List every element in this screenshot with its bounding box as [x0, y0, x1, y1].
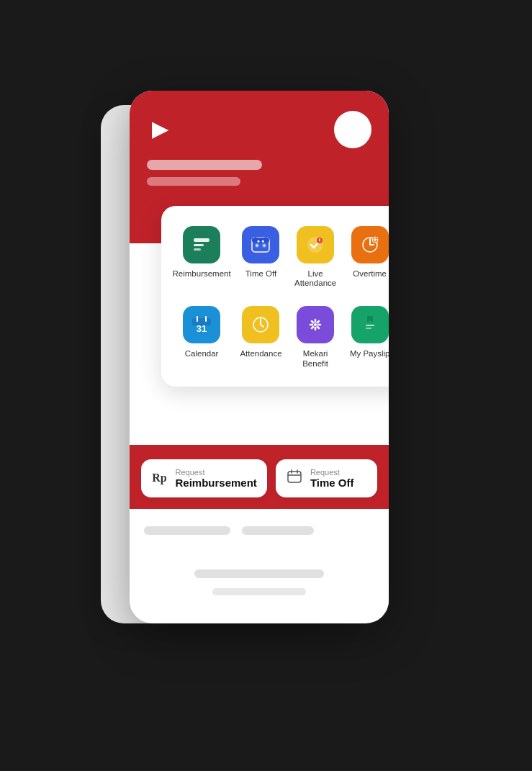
svg-text:●  ●: ● ● — [257, 238, 264, 243]
menu-item-attendance[interactable]: Attendance — [234, 300, 289, 375]
svg-point-6 — [256, 244, 258, 246]
request-timeoff-button[interactable]: Request Time Off — [276, 459, 377, 497]
content-line-short — [212, 588, 306, 595]
mekari-benefit-label: Mekari Benefit — [291, 349, 340, 369]
svg-point-8 — [263, 244, 266, 246]
svg-rect-39 — [366, 325, 374, 326]
reimbursement-icon — [183, 226, 220, 263]
timeoff-label: Time Off — [245, 269, 276, 279]
content-line-1 — [144, 526, 230, 535]
content-line-2 — [242, 526, 314, 535]
user-name-line — [147, 160, 262, 170]
app-logo: ▶ — [147, 117, 173, 143]
reimbursement-request-text: Request Reimbursement — [176, 468, 257, 489]
header-top: ▶ — [147, 111, 371, 148]
timeoff-request-label: Request — [310, 468, 354, 477]
phone-card: ▶ — [130, 91, 389, 623]
calendar-label: Calendar — [185, 349, 219, 359]
menu-item-mekari-benefit[interactable]: Mekari Benefit — [288, 300, 343, 375]
request-buttons-row: Rp Request Reimbursement — [141, 459, 377, 497]
svg-text:31: 31 — [197, 323, 207, 334]
live-attendance-icon — [297, 226, 334, 263]
request-reimbursement-button[interactable]: Rp Request Reimbursement — [141, 459, 267, 497]
avatar — [334, 111, 371, 148]
timeoff-request-value: Time Off — [310, 477, 354, 489]
menu-item-calendar[interactable]: 31 Calendar — [170, 300, 234, 375]
mekari-benefit-icon — [297, 306, 334, 343]
attendance-label: Attendance — [240, 349, 281, 359]
menu-item-reimbursement[interactable]: Reimbursement — [170, 220, 234, 295]
timeoff-icon: ● ● — [242, 226, 279, 263]
content-line-center — [194, 569, 324, 578]
svg-rect-1 — [194, 244, 204, 246]
svg-point-37 — [314, 323, 317, 326]
menu-item-timeoff[interactable]: ● ● Time Off — [234, 220, 289, 295]
content-area — [130, 509, 389, 613]
request-section: Rp Request Reimbursement — [130, 445, 389, 509]
my-payslip-label: My Payslip — [350, 349, 389, 359]
menu-grid: Reimbursement — [170, 220, 389, 375]
timeoff-request-icon — [286, 469, 303, 487]
menu-card: Reimbursement — [161, 206, 389, 387]
menu-item-overtime[interactable]: Overtime — [343, 220, 389, 295]
reimbursement-request-icon: Rp — [151, 472, 168, 484]
scene: ▶ — [86, 62, 446, 710]
overtime-label: Overtime — [353, 269, 387, 279]
menu-item-live-attendance[interactable]: Live Attendance — [288, 220, 343, 295]
content-row-1 — [144, 526, 374, 535]
content-lines — [144, 526, 374, 595]
timeoff-request-text: Request Time Off — [310, 468, 354, 489]
calendar-icon: 31 — [183, 306, 220, 343]
spacer — [144, 545, 374, 559]
live-attendance-label: Live Attendance — [291, 269, 340, 289]
reimbursement-request-value: Reimbursement — [176, 477, 257, 489]
svg-rect-40 — [366, 328, 371, 329]
svg-rect-41 — [288, 472, 301, 482]
user-info-line — [147, 177, 240, 186]
header-text-lines — [147, 160, 371, 186]
overtime-icon — [351, 226, 389, 263]
svg-rect-2 — [194, 248, 201, 251]
reimbursement-label: Reimbursement — [173, 269, 231, 279]
reimbursement-request-label: Request — [176, 468, 257, 477]
svg-rect-0 — [194, 238, 209, 242]
attendance-icon — [242, 306, 279, 343]
my-payslip-icon — [351, 306, 389, 343]
menu-item-my-payslip[interactable]: My Payslip — [343, 300, 389, 375]
